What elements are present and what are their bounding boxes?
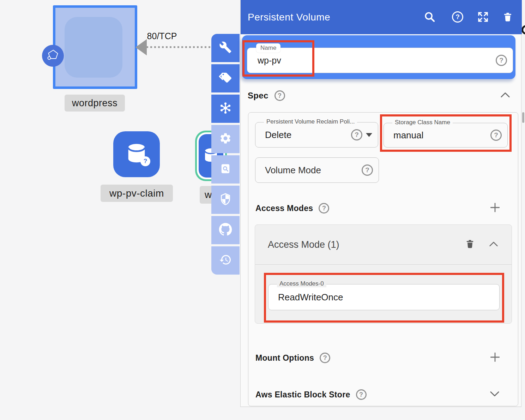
trash-icon	[465, 238, 475, 250]
access-mode-collapse-button[interactable]	[489, 241, 498, 248]
hub-icon	[219, 101, 232, 116]
aws-ebs-heading: Aws Elastic Block Store	[255, 390, 350, 400]
plus-icon	[490, 202, 500, 213]
spec-help-icon[interactable]	[274, 90, 285, 101]
toolbar-item-tools[interactable]	[211, 34, 240, 62]
volume-mode-input[interactable]: Volume Mode	[255, 157, 379, 183]
access-modes-heading-row: Access Modes	[248, 202, 519, 215]
gear-icon	[219, 132, 232, 146]
access-modes-help-icon[interactable]	[319, 203, 329, 214]
volume-mode-help-icon[interactable]	[362, 164, 373, 176]
toolbar-item-topology[interactable]	[211, 95, 240, 123]
aws-ebs-heading-row: Aws Elastic Block Store	[248, 388, 519, 401]
panel-scrollbar-thumb[interactable]	[522, 112, 524, 123]
pvc-label-text: wp-pv-claim	[109, 188, 164, 199]
mount-options-heading-row: Mount Options	[248, 352, 519, 364]
highlight-name	[242, 40, 314, 77]
pod-badge	[42, 45, 64, 67]
hidden-node-handle	[521, 25, 525, 35]
node-label-wp-pv-claim: wp-pv-claim	[101, 185, 173, 202]
chevron-up-icon	[500, 92, 510, 98]
fullscreen-icon[interactable]	[477, 11, 489, 23]
mount-options-add-button[interactable]	[490, 352, 500, 364]
app-root: wordpress 80/TCP ? wp-pv-claim w	[0, 0, 525, 420]
help-icon[interactable]	[452, 11, 464, 23]
highlight-storage-class	[380, 114, 512, 152]
chevron-down-icon	[490, 391, 500, 397]
reclaim-policy-value: Delete	[265, 130, 291, 140]
panel-header: Persistent Volume	[241, 0, 522, 34]
shield-icon	[219, 193, 232, 207]
spec-heading: Spec	[248, 91, 268, 101]
delete-icon[interactable]	[502, 11, 514, 23]
edge-port-label: 80/TCP	[143, 31, 181, 41]
aws-ebs-help-icon[interactable]	[356, 389, 367, 400]
properties-panel: Persistent Volume	[240, 0, 521, 407]
diagram-toolbar	[211, 34, 240, 275]
spec-collapse-button[interactable]	[500, 92, 510, 99]
search-icon[interactable]	[424, 11, 436, 23]
toolbar-item-history[interactable]	[211, 246, 240, 275]
plus-icon	[490, 352, 500, 362]
panel-title: Persistent Volume	[248, 0, 330, 34]
pvc-question-badge: ?	[140, 156, 150, 166]
tag-icon	[219, 72, 232, 85]
toolbar-item-github[interactable]	[211, 216, 240, 244]
name-help-icon[interactable]	[496, 55, 507, 66]
pv-label-text: w	[205, 189, 212, 200]
access-mode-card-header: Access Mode (1)	[255, 225, 512, 265]
github-icon	[219, 223, 232, 238]
toolbar-item-settings[interactable]	[211, 125, 240, 153]
volume-mode-label: Volume Mode	[265, 165, 321, 176]
node-label-wordpress: wordpress	[65, 95, 125, 112]
chevron-up-icon	[489, 241, 498, 247]
pentagon-icon	[45, 47, 61, 64]
edge-dotted-line	[143, 46, 212, 48]
toolbar-item-labels[interactable]	[211, 64, 240, 92]
edge-arrowhead-icon	[135, 39, 147, 55]
dropdown-caret-icon	[366, 133, 372, 137]
wrench-icon	[219, 41, 232, 55]
access-modes-add-button[interactable]	[490, 202, 500, 214]
aws-ebs-expand-button[interactable]	[490, 391, 500, 398]
toolbar-item-search-docs[interactable]	[211, 155, 240, 184]
node-wordpress-pod[interactable]	[65, 17, 122, 78]
reclaim-policy-select[interactable]: Persistent Volume Reclaim Poli... Delete	[255, 122, 378, 148]
access-modes-heading: Access Modes	[255, 204, 313, 213]
access-mode-delete-button[interactable]	[465, 238, 475, 251]
access-mode-card-title: Access Mode (1)	[268, 239, 339, 250]
wordpress-label-text: wordpress	[72, 98, 117, 109]
mount-options-help-icon[interactable]	[320, 353, 330, 363]
node-wp-pv-claim[interactable]	[113, 131, 160, 177]
spec-heading-row: Spec	[241, 89, 522, 102]
reclaim-policy-label: Persistent Volume Reclaim Poli...	[264, 118, 357, 125]
document-search-icon	[219, 162, 232, 176]
toolbar-item-security[interactable]	[211, 186, 240, 214]
mount-options-heading: Mount Options	[255, 353, 314, 363]
spec-container: Persistent Volume Reclaim Poli... Delete…	[248, 112, 518, 406]
history-icon	[219, 253, 232, 268]
reclaim-policy-help-icon[interactable]	[351, 129, 362, 140]
highlight-access-mode	[264, 273, 504, 323]
